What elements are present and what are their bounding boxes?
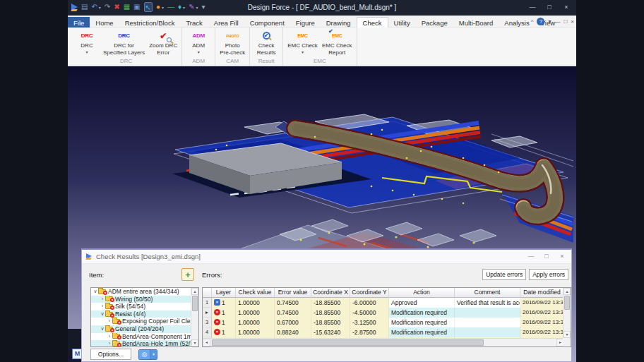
header-coordinate-y[interactable]: Coordinate Y xyxy=(350,288,389,298)
chevron-collapsed-icon[interactable]: › xyxy=(100,303,105,310)
scroll-down-icon[interactable]: ▾ xyxy=(564,331,571,338)
folder-error-icon: × xyxy=(105,296,113,301)
tree-item-bendarea-hole[interactable]: › × BendArea-Hole 1mm (52/52) xyxy=(91,340,191,347)
cell-action[interactable]: Modification required xyxy=(389,308,455,318)
dialog-close-button[interactable]: × xyxy=(554,250,570,263)
check-results-button[interactable]: ✔ Check Results xyxy=(252,29,280,57)
cell-coordinate-x: -15.63240 xyxy=(311,327,350,337)
chevron-expanded-icon[interactable]: ∨ xyxy=(100,325,105,333)
brush-icon[interactable]: ✎ xyxy=(189,2,194,12)
scrollbar-thumb[interactable] xyxy=(212,339,484,346)
scrollbar-thumb[interactable] xyxy=(192,296,198,311)
error-row-current[interactable]: ▸ ×1 1.00000 0.74500 -18.85500 -4.50000 … xyxy=(203,308,564,318)
header-date-modified[interactable]: Date modified xyxy=(520,288,564,298)
cell-comment[interactable]: Verified that result is accepta xyxy=(455,298,520,308)
options-button[interactable]: Options... xyxy=(90,349,131,360)
save-icon[interactable]: ▤ xyxy=(81,2,88,12)
tree-item-silk[interactable]: › × Silk (54/54) xyxy=(91,303,191,310)
window-close-button[interactable]: × xyxy=(558,0,575,14)
brush-dropdown-icon[interactable]: ▾ xyxy=(196,5,198,10)
window-maximize-button[interactable]: □ xyxy=(541,0,558,14)
draw-line-icon[interactable]: ― xyxy=(167,2,174,12)
doc-close-button[interactable]: × xyxy=(571,18,574,25)
tree-item-general[interactable]: ∨ × General (204/204) xyxy=(91,325,191,333)
error-row[interactable]: 1 ×1 1.00000 0.74500 -18.85500 -6.00000 … xyxy=(203,298,564,308)
header-check-value[interactable]: Check value xyxy=(236,288,275,298)
ribbon-collapse-icon[interactable]: ^ xyxy=(531,18,534,25)
dialog-maximize-button[interactable]: □ xyxy=(539,250,554,263)
tree-scrollbar[interactable]: ▴ ▾ xyxy=(191,288,198,346)
chevron-expanded-icon[interactable]: ∨ xyxy=(100,310,105,318)
ink-icon[interactable]: ♦ xyxy=(178,2,181,12)
photo-precheck-button[interactable]: PHOTO Photo Pre-check xyxy=(217,29,247,57)
select-pointer-icon[interactable]: ↖ xyxy=(144,2,153,12)
header-comment[interactable]: Comment xyxy=(455,288,520,298)
cell-comment[interactable] xyxy=(455,308,520,318)
table-vertical-scrollbar[interactable]: ▴ ▾ xyxy=(563,288,571,338)
scroll-up-icon[interactable]: ▴ xyxy=(564,288,571,295)
undo-dropdown-icon[interactable]: ▾ xyxy=(99,5,101,10)
tree-item-wiring[interactable]: › × Wiring (50/50) xyxy=(91,296,191,303)
undo-icon[interactable]: ↶ xyxy=(91,2,97,12)
emc-dropdown-icon[interactable]: ▾ xyxy=(302,49,304,55)
header-layer[interactable]: Layer xyxy=(212,288,236,298)
scrollbar-thumb[interactable] xyxy=(564,296,570,310)
dialog-minimize-button[interactable]: — xyxy=(523,250,539,263)
header-action[interactable]: Action xyxy=(389,288,455,298)
delete-error-icon[interactable]: ✖ xyxy=(114,2,119,12)
emc-check-button[interactable]: EMC EMC Check ▾ xyxy=(285,29,320,57)
tree-item-bendarea-component[interactable]: › × BendArea-Component 1m... xyxy=(91,333,191,341)
tree-item-adm-entire-area[interactable]: ∨ × ADM entire area (344/344) xyxy=(91,288,191,296)
doc-minimize-button[interactable]: — xyxy=(554,18,560,25)
redo-icon[interactable]: ↷ xyxy=(105,2,110,12)
tree-item-exposing-copper-foil[interactable]: › × Exposing Copper Foil Clear... xyxy=(91,318,191,325)
app-logo-icon[interactable] xyxy=(71,4,78,11)
zoom-tool-split-button[interactable]: ◎ ▾ xyxy=(138,349,157,360)
scroll-up-icon[interactable]: ▴ xyxy=(191,288,198,295)
zoom-tool-icon[interactable]: ◎ xyxy=(139,350,150,359)
adm-dropdown-icon[interactable]: ▾ xyxy=(198,49,200,55)
cell-action[interactable]: Approved xyxy=(389,298,455,308)
cell-action[interactable]: Modification required xyxy=(389,318,455,327)
pattern-grid-icon[interactable]: ▦ xyxy=(124,2,130,12)
comment-icon[interactable]: ● xyxy=(156,2,160,12)
cell-comment[interactable] xyxy=(455,327,520,337)
row-number: 1 xyxy=(203,298,212,308)
chevron-collapsed-icon[interactable]: › xyxy=(107,318,112,325)
doc-restore-button[interactable]: □ xyxy=(564,18,567,25)
qat-overflow-icon[interactable]: ▾ xyxy=(202,2,205,12)
add-item-button[interactable]: + xyxy=(181,268,194,281)
drc-button[interactable]: DRC DRC ▾ xyxy=(73,29,101,57)
header-row-selector[interactable] xyxy=(203,288,212,298)
drc-dropdown-icon[interactable]: ▾ xyxy=(85,49,88,55)
error-row[interactable]: 3 ×1 1.00000 0.67000 -18.85500 -3.12500 … xyxy=(203,318,564,327)
cell-action[interactable]: Modification required xyxy=(389,327,455,337)
drc-specified-layers-button[interactable]: DRC DRC for Specified Layers xyxy=(101,29,147,57)
cell-date-modified: 2016/09/22 13:38 xyxy=(520,327,564,337)
apply-errors-button[interactable]: Apply errors xyxy=(529,269,568,280)
zoom-tool-dropdown-icon[interactable]: ▾ xyxy=(150,350,157,359)
tree-item-resist[interactable]: ∨ × Resist (4/4) xyxy=(91,310,191,318)
help-icon[interactable]: ? xyxy=(537,18,544,25)
chevron-expanded-icon[interactable]: ∨ xyxy=(93,288,98,296)
chevron-collapsed-icon[interactable]: › xyxy=(107,333,112,341)
cell-comment[interactable] xyxy=(455,318,520,327)
chevron-collapsed-icon[interactable]: › xyxy=(107,340,112,347)
scroll-left-icon[interactable]: ◂ xyxy=(203,339,210,346)
error-row[interactable]: 4 ×1 1.00000 0.88240 -15.63240 -2.87500 … xyxy=(203,327,564,337)
emc-check-report-button[interactable]: EMC✔ EMC Check Report xyxy=(320,29,354,57)
ink-dropdown-icon[interactable]: ▾ xyxy=(183,5,185,10)
scroll-down-icon[interactable]: ▾ xyxy=(191,339,198,346)
chevron-collapsed-icon[interactable]: › xyxy=(100,296,105,303)
adm-button[interactable]: ADM ADM ▾ xyxy=(184,29,213,57)
header-error-value[interactable]: Error value xyxy=(275,288,311,298)
zoom-window-icon[interactable]: ▣ xyxy=(133,2,140,12)
update-errors-button[interactable]: Update errors xyxy=(482,269,526,280)
window-minimize-button[interactable]: — xyxy=(524,0,541,14)
zoom-drc-error-button[interactable]: ✔ Zoom DRC Error xyxy=(147,29,179,57)
help-dropdown-icon[interactable]: ▾ xyxy=(548,18,551,25)
table-header-row: Layer Check value Error value Coordinate… xyxy=(203,288,564,298)
header-coordinate-x[interactable]: Coordinate X xyxy=(311,288,350,298)
table-horizontal-scrollbar[interactable]: ◂ ▸ xyxy=(203,338,564,346)
comment-dropdown-icon[interactable]: ▾ xyxy=(162,5,164,10)
